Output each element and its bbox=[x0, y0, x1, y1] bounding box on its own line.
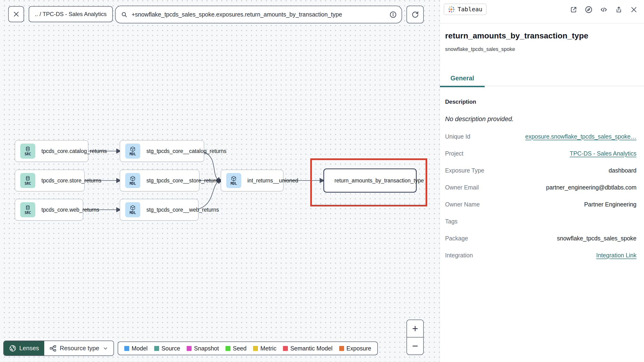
legend-item-seed: Seed bbox=[226, 345, 246, 352]
legend-swatch-semantic-model bbox=[283, 346, 288, 351]
model-badge: MDL bbox=[125, 202, 140, 217]
aperture-icon bbox=[9, 344, 16, 352]
legend-swatch-model bbox=[124, 346, 129, 351]
legend-item-exposure: Exposure bbox=[339, 345, 372, 352]
database-icon bbox=[25, 146, 31, 152]
zoom-out-button[interactable]: − bbox=[407, 337, 423, 354]
zoom-controls: + − bbox=[406, 320, 424, 355]
details-panel-header: Tableau bbox=[440, 0, 644, 24]
panel-actions bbox=[568, 4, 639, 15]
cube-icon bbox=[130, 175, 136, 182]
node-label: stg_tpcds_core__catalog_returns bbox=[146, 148, 226, 154]
legend-swatch-seed bbox=[226, 346, 230, 351]
tableau-integration-badge[interactable]: Tableau bbox=[444, 4, 486, 15]
share-icon bbox=[615, 6, 622, 14]
description-empty-text: No description provided. bbox=[445, 115, 636, 123]
tab-general[interactable]: General bbox=[440, 71, 485, 86]
info-icon[interactable] bbox=[389, 11, 397, 18]
lineage-graph-icon bbox=[50, 345, 56, 352]
legend-swatch-metric bbox=[253, 346, 258, 351]
field-row-unique-id: Unique Id exposure.snowflake_tpcds_sales… bbox=[445, 128, 636, 145]
database-icon bbox=[25, 175, 31, 182]
node-src-catalog-returns[interactable]: SRC tpcds_core.catalog_returns bbox=[15, 140, 88, 162]
legend-item-metric: Metric bbox=[253, 345, 276, 352]
model-badge: MDL bbox=[125, 173, 140, 188]
explore-button[interactable] bbox=[583, 4, 594, 15]
node-label: stg_tpcds_core__store_returns bbox=[146, 177, 221, 184]
close-panel-button[interactable] bbox=[628, 4, 639, 15]
page-title: return_amounts_by_transaction_type bbox=[445, 31, 588, 40]
node-int-returns-unioned[interactable]: MDL int_returns__unioned bbox=[221, 170, 284, 191]
node-stg-catalog-returns[interactable]: MDL stg_tpcds_core__catalog_returns bbox=[120, 140, 204, 162]
node-exposure-return-amounts[interactable]: return_amounts_by_transaction_type bbox=[324, 168, 416, 193]
node-src-web-returns[interactable]: SRC tpcds_core.web_returns bbox=[15, 199, 83, 221]
field-row-tags: Tags bbox=[445, 213, 636, 230]
lenses-button[interactable]: Lenses bbox=[4, 341, 44, 355]
legend-swatch-snapshot bbox=[187, 346, 192, 351]
lineage-canvas[interactable]: SRC tpcds_core.catalog_returns SRC tpcds… bbox=[0, 0, 440, 362]
exposure-type-value: dashboard bbox=[609, 167, 636, 174]
legend-swatch-exposure bbox=[339, 346, 344, 351]
node-label: tpcds_core.web_returns bbox=[42, 207, 99, 213]
share-button[interactable] bbox=[614, 4, 624, 15]
package-value: snowflake_tpcds_sales_spoke bbox=[557, 235, 636, 242]
source-badge: SRC bbox=[20, 143, 35, 159]
field-row-owner-name: Owner Name Partner Engineering bbox=[445, 196, 636, 213]
code-icon bbox=[600, 6, 608, 14]
field-row-project: Project TPC-DS - Sales Analytics bbox=[445, 145, 636, 162]
breadcrumb[interactable]: .. / TPC-DS - Sales Analytics bbox=[29, 6, 113, 22]
open-external-button[interactable] bbox=[568, 4, 579, 15]
cube-icon bbox=[231, 175, 237, 182]
field-row-exposure-type: Exposure Type dashboard bbox=[445, 162, 636, 179]
field-row-integration: Integration Integration Link bbox=[445, 247, 636, 264]
general-tab-content: Description No description provided. Uni… bbox=[445, 95, 636, 264]
dbt-explorer-app: SRC tpcds_core.catalog_returns SRC tpcds… bbox=[0, 0, 644, 362]
compass-icon bbox=[585, 6, 593, 14]
owner-email-value: partner_engineering@dbtlabs.com bbox=[546, 184, 636, 191]
owner-name-value: Partner Engineering bbox=[584, 201, 636, 208]
project-link[interactable]: TPC-DS - Sales Analytics bbox=[570, 150, 636, 157]
view-code-button[interactable] bbox=[598, 4, 609, 15]
details-panel: Tableau return_amounts_b bbox=[440, 0, 644, 362]
node-src-store-returns[interactable]: SRC tpcds_core.store_returns bbox=[15, 170, 84, 191]
legend-swatch-source bbox=[154, 346, 159, 351]
field-row-owner-email: Owner Email partner_engineering@dbtlabs.… bbox=[445, 179, 636, 196]
node-stg-web-returns[interactable]: MDL stg_tpcds_core__web_returns bbox=[120, 199, 198, 221]
node-label: return_amounts_by_transaction_type bbox=[334, 177, 424, 184]
node-label: tpcds_core.catalog_returns bbox=[42, 148, 107, 154]
close-icon bbox=[13, 11, 20, 18]
database-icon bbox=[25, 205, 31, 211]
search-input[interactable] bbox=[132, 11, 386, 18]
external-link-icon bbox=[570, 6, 578, 14]
resource-type-legend: Model Source Snapshot Seed Metric Semant… bbox=[118, 341, 378, 355]
legend-item-source: Source bbox=[154, 345, 180, 352]
zoom-in-button[interactable]: + bbox=[407, 320, 423, 337]
node-label: stg_tpcds_core__web_returns bbox=[146, 207, 219, 213]
field-row-package: Package snowflake_tpcds_sales_spoke bbox=[445, 230, 636, 247]
source-badge: SRC bbox=[20, 173, 35, 188]
cube-icon bbox=[130, 146, 136, 152]
legend-item-semantic-model: Semantic Model bbox=[283, 345, 332, 352]
refresh-icon bbox=[411, 11, 419, 19]
lens-controls: Lenses Resource type bbox=[3, 340, 114, 356]
model-badge: MDL bbox=[226, 173, 241, 188]
source-badge: SRC bbox=[20, 202, 35, 217]
lineage-search[interactable] bbox=[115, 6, 402, 23]
unique-id-link[interactable]: exposure.snowflake_tpcds_sales_spoke… bbox=[525, 133, 637, 140]
panel-tabs: General bbox=[440, 71, 644, 86]
package-subtitle: snowflake_tpcds_sales_spoke bbox=[445, 46, 515, 52]
close-icon bbox=[630, 6, 638, 14]
refresh-button[interactable] bbox=[406, 6, 424, 23]
integration-link[interactable]: Integration Link bbox=[596, 252, 636, 259]
node-stg-store-returns[interactable]: MDL stg_tpcds_core__store_returns bbox=[120, 170, 199, 191]
legend-item-model: Model bbox=[124, 345, 148, 352]
search-icon bbox=[121, 11, 128, 18]
tableau-icon bbox=[448, 6, 455, 13]
chevron-down-icon bbox=[103, 345, 108, 351]
node-label: int_returns__unioned bbox=[248, 177, 298, 184]
node-label: tpcds_core.store_returns bbox=[42, 177, 101, 184]
close-lineage-button[interactable] bbox=[8, 6, 24, 22]
resource-type-dropdown[interactable]: Resource type bbox=[44, 341, 114, 355]
active-tab-underline bbox=[440, 86, 485, 87]
model-badge: MDL bbox=[125, 143, 140, 159]
